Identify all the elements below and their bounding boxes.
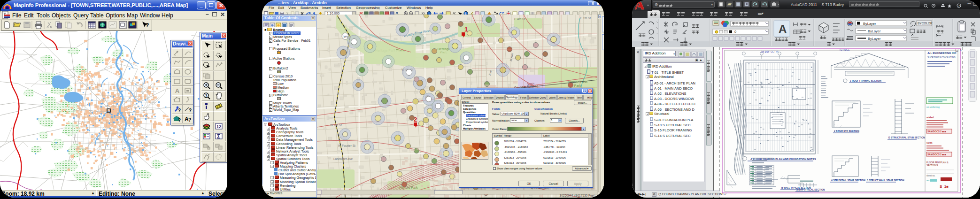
- svg-text:0: 0: [734, 30, 736, 34]
- svg-text:rev: rev: [926, 179, 930, 182]
- svg-text:− ▢ ☓: − ▢ ☓: [952, 48, 962, 52]
- svg-text:SECTIONS: SECTIONS: [926, 164, 938, 167]
- svg-text:sizes: sizes: [926, 141, 933, 144]
- svg-text:D STRUCTURAL STUB SECTION: D STRUCTURAL STUB SECTION: [888, 136, 925, 139]
- svg-text:E 1th St: E 1th St: [580, 16, 591, 20]
- svg-text:sheet no.: sheet no.: [926, 175, 935, 177]
- svg-text:FLOOR FRM PLAN &: FLOOR FRM PLAN &: [926, 161, 949, 164]
- svg-text:ByLayer: ByLayer: [868, 37, 881, 41]
- svg-text:?: ?: [189, 108, 192, 113]
- svg-text:1 ROOF FRAMING SECTION: 1 ROOF FRAMING SECTION: [850, 79, 881, 82]
- svg-text:W Fourter St: W Fourter St: [338, 144, 355, 147]
- svg-text:?: ?: [205, 93, 208, 98]
- svg-text:30250044 49617530 Feet: 30250044 49617530 Feet: [560, 194, 595, 197]
- svg-text:12: 12: [216, 124, 221, 129]
- svg-text:2 STAIR STR SECTION: 2 STAIR STR SECTION: [834, 130, 859, 132]
- svg-text:SHOP DWGS CONSULTING: SHOP DWGS CONSULTING: [927, 56, 956, 59]
- svg-text:S–1■: S–1■: [940, 184, 949, 189]
- svg-text:?: ?: [958, 4, 960, 8]
- svg-text:5 STRUCT WALL STAIR SECTION: 5 STRUCT WALL STAIR SECTION: [867, 179, 904, 182]
- svg-text:SAM/DOCS 2 ■■■: SAM/DOCS 2 ■■■: [927, 153, 946, 156]
- svg-text:Lancaster Ave: Lancaster Ave: [333, 157, 353, 161]
- svg-text:SAM/DOCS 2 ■■■: SAM/DOCS 2 ■■■: [927, 130, 946, 133]
- svg-text:Heritage: Heritage: [438, 47, 450, 51]
- svg-text:added: added: [926, 116, 934, 119]
- svg-text:2x6 @16" OC TYP: 2x6 @16" OC TYP: [761, 51, 779, 53]
- svg-text:TW9: TW9: [342, 35, 348, 38]
- svg-text:2: 2: [414, 116, 417, 123]
- svg-text:3 STR TYPICAL SECTION: 3 STR TYPICAL SECTION: [796, 188, 825, 191]
- svg-text:1: 1: [464, 26, 468, 33]
- svg-text:?: ?: [146, 22, 149, 29]
- svg-text:?: ?: [178, 118, 181, 123]
- svg-text:Σ: Σ: [217, 133, 220, 140]
- svg-text:ByLayer: ByLayer: [863, 22, 876, 26]
- svg-text:ByLayer: ByLayer: [868, 29, 881, 33]
- svg-text:Park: Park: [574, 84, 581, 87]
- svg-text:no reinforcing: no reinforcing: [926, 106, 940, 108]
- svg-text:?: ?: [178, 108, 181, 113]
- svg-text:R2 RIDGE: R2 RIDGE: [840, 49, 849, 51]
- svg-text:BYCOLOR: BYCOLOR: [918, 22, 933, 25]
- svg-text:W 7th St: W 7th St: [330, 123, 342, 127]
- svg-text:A: A: [779, 23, 787, 35]
- svg-text:?: ?: [188, 117, 191, 122]
- svg-text:4 STR DETAIL STAIR SECTION: 4 STR DETAIL STAIR SECTION: [831, 179, 865, 182]
